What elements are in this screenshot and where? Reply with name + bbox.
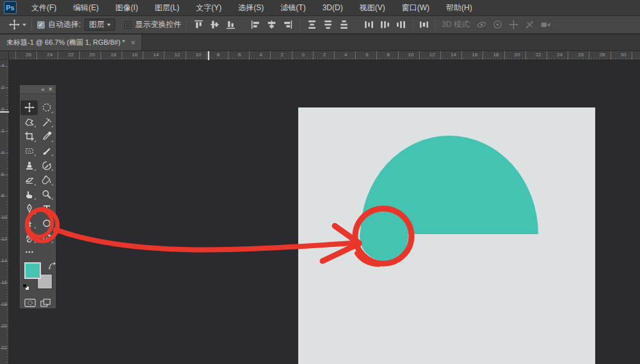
h-ruler-label: 24 — [557, 52, 563, 58]
vertical-ruler[interactable]: 420246810121416182022 — [0, 60, 9, 364]
h-ruler-label: 24 — [47, 52, 52, 58]
v-ruler-label: 14 — [1, 258, 7, 264]
tool-path-select[interactable] — [20, 216, 38, 231]
menu-item-8[interactable]: 视图(V) — [351, 0, 394, 16]
align-hcenter-icon[interactable] — [266, 19, 277, 30]
tool-clone-stamp[interactable] — [20, 158, 38, 173]
foreground-color-swatch[interactable] — [24, 262, 41, 279]
patch-icon — [24, 146, 35, 156]
menu-item-4[interactable]: 文字(Y) — [188, 0, 230, 16]
tool-smudge[interactable] — [20, 187, 38, 202]
menu-item-10[interactable]: 帮助(H) — [438, 0, 481, 16]
tab-close-icon[interactable]: × — [131, 39, 135, 47]
align-group — [193, 19, 293, 30]
distribute-top-icon[interactable] — [307, 19, 317, 30]
distribute-left-icon[interactable] — [364, 19, 374, 30]
tool-eyedropper[interactable] — [38, 129, 55, 144]
h-ruler-label: 4 — [259, 52, 262, 58]
align-left-icon[interactable] — [250, 19, 261, 30]
tool-paint-bucket[interactable] — [38, 173, 55, 187]
ruler-origin-corner[interactable] — [0, 51, 9, 60]
menu-bar: Ps 文件(F)编辑(E)图像(I)图层(L)文字(Y)选择(S)滤镜(T)3D… — [0, 0, 640, 16]
v-ruler-label: 22 — [1, 345, 7, 351]
menu-item-3[interactable]: 图层(L) — [147, 0, 188, 16]
v-ruler-label: 10 — [1, 214, 7, 220]
distribute-hcenter-icon[interactable] — [380, 19, 390, 30]
move-icon — [24, 102, 35, 113]
tool-lasso[interactable] — [20, 115, 38, 130]
tool-dodge[interactable] — [38, 187, 55, 202]
3d-camera-icon[interactable] — [540, 19, 551, 30]
layer-select-dropdown[interactable]: 图层 — [84, 19, 115, 31]
tool-pen[interactable] — [20, 202, 38, 216]
eraser-icon — [24, 175, 35, 185]
clone-stamp-icon — [24, 161, 35, 171]
ruler-cursor-marker-vertical — [0, 111, 9, 113]
pen-icon — [24, 203, 35, 214]
separator — [31, 19, 32, 31]
horizontal-ruler[interactable]: 2624222018161412108642024681012141618202… — [9, 51, 640, 60]
tool-hand[interactable] — [20, 230, 38, 245]
brush-icon — [42, 146, 52, 156]
tool-type[interactable] — [38, 202, 55, 216]
menu-item-0[interactable]: 文件(F) — [23, 0, 65, 16]
menu-item-9[interactable]: 窗口(W) — [394, 0, 438, 16]
tool-eraser[interactable] — [20, 173, 38, 187]
tool-preset-move[interactable] — [9, 19, 26, 30]
move-tool-icon — [9, 19, 20, 30]
document-canvas[interactable] — [298, 107, 595, 364]
separator — [300, 19, 300, 31]
collapse-panel-icon[interactable]: « — [42, 86, 45, 93]
menu-item-6[interactable]: 滤镜(T) — [272, 0, 314, 16]
tool-grid — [20, 94, 56, 260]
menu-item-5[interactable]: 选择(S) — [230, 0, 272, 16]
3d-pan-icon[interactable] — [508, 19, 519, 30]
distribute-group — [307, 19, 406, 30]
h-ruler-label: 4 — [344, 52, 347, 58]
3d-slide-icon[interactable] — [524, 19, 535, 30]
tool-history-brush[interactable] — [38, 158, 55, 173]
h-ruler-label: 8 — [217, 52, 220, 58]
align-bottom-icon[interactable] — [225, 19, 236, 30]
tools-palette: « × — [19, 84, 56, 309]
tool-patch[interactable] — [20, 144, 38, 159]
align-vcenter-icon[interactable] — [209, 19, 220, 30]
distribute-vcenter-icon[interactable] — [323, 19, 333, 30]
menu-item-2[interactable]: 图像(I) — [107, 0, 146, 16]
distribute-bottom-icon[interactable] — [339, 19, 349, 30]
small-circle-shape — [360, 212, 408, 261]
screen-mode-button[interactable] — [40, 298, 51, 308]
menu-item-1[interactable]: 编辑(E) — [65, 0, 107, 16]
menu-item-7[interactable]: 3D(D) — [314, 0, 351, 16]
align-right-icon[interactable] — [282, 19, 293, 30]
distribute-right-icon[interactable] — [396, 19, 406, 30]
tool-marquee-ellipse[interactable] — [38, 100, 55, 115]
tool-rotate-view[interactable] — [38, 230, 55, 245]
show-transform-checkbox[interactable] — [124, 21, 132, 29]
h-ruler-label: 26 — [26, 52, 31, 58]
tool-brush[interactable] — [38, 144, 55, 159]
quick-mask-button[interactable] — [24, 298, 36, 308]
marquee-ellipse-icon — [42, 102, 52, 113]
3d-roll-icon[interactable] — [492, 19, 503, 30]
default-colors-icon[interactable] — [22, 283, 29, 290]
tool-move[interactable] — [20, 100, 38, 115]
tool-crop[interactable] — [20, 129, 38, 144]
swap-colors-icon[interactable] — [48, 261, 57, 270]
h-ruler-label: 28 — [599, 52, 605, 58]
tool-ellipse[interactable] — [38, 216, 55, 231]
more-icon — [24, 247, 35, 257]
distribute-spacing-icon[interactable] — [419, 19, 429, 30]
h-ruler-label: 2 — [280, 52, 283, 58]
tool-magic-wand[interactable] — [38, 115, 55, 130]
tool-more[interactable] — [20, 245, 38, 260]
close-panel-icon[interactable]: × — [49, 86, 52, 93]
document-tab[interactable]: 未标题-1 @ 66.7% (椭圆 1, RGB/8#) * × — [0, 35, 142, 51]
align-top-icon[interactable] — [193, 19, 204, 30]
auto-select-checkbox[interactable]: ✓ — [37, 21, 45, 29]
color-swatches — [20, 261, 56, 293]
ellipse-icon — [42, 218, 52, 228]
h-ruler-label: 18 — [493, 52, 499, 58]
3d-orbit-icon[interactable] — [476, 19, 487, 30]
separator — [413, 19, 413, 31]
